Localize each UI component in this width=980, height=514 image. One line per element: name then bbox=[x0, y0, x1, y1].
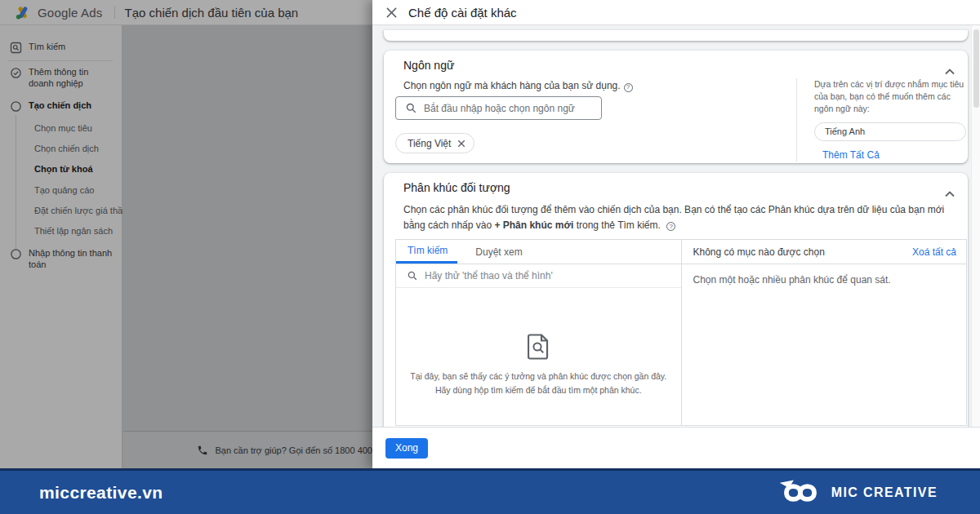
clear-all-link[interactable]: Xoá tất cả bbox=[912, 246, 956, 258]
scrollbar-thumb[interactable] bbox=[973, 29, 979, 108]
language-search-input[interactable]: Bắt đầu nhập hoặc chọn ngôn ngữ bbox=[395, 96, 602, 120]
chip-label: Tiếng Anh bbox=[825, 126, 865, 136]
panel-scrollbar[interactable] bbox=[971, 25, 980, 427]
website-url: miccreative.vn bbox=[39, 483, 163, 503]
audience-selected-column: Không có mục nào được chọn Xoá tất cả Ch… bbox=[681, 240, 967, 425]
panel-footer: Xong bbox=[372, 427, 980, 468]
empty-state-text: Tại đây, bạn sẽ thấy các ý tưởng và phân… bbox=[396, 370, 681, 397]
collapse-chevron-icon[interactable] bbox=[945, 64, 955, 78]
audience-search-input[interactable]: Hãy thử 'thể thao và thể hình' bbox=[396, 264, 681, 288]
selected-count-label: Không có mục nào được chọn bbox=[693, 246, 825, 258]
audience-tabs: Tìm kiếm Duyệt xem bbox=[396, 240, 681, 264]
branding-bar: miccreative.vn MIC CREATIVE bbox=[0, 468, 980, 514]
screenshot-root: Google Ads Tạo chiến dịch đầu tiên của b… bbox=[0, 0, 980, 514]
audience-picker-table: Tìm kiếm Duyệt xem Hãy thử 'thể thao và … bbox=[395, 239, 967, 426]
audience-description: Chọn các phân khúc đối tượng để thêm vào… bbox=[403, 202, 949, 233]
modal-scrim[interactable] bbox=[0, 0, 372, 468]
language-card: Ngôn ngữ Chọn ngôn ngữ mà khách hàng của… bbox=[384, 51, 968, 163]
brand-name: MIC CREATIVE bbox=[831, 485, 938, 500]
panel-header: Chế độ cài đặt khác bbox=[372, 0, 980, 25]
selected-language-chip[interactable]: Tiếng Việt bbox=[395, 133, 474, 153]
suggestion-text: Dựa trên các vị trí được nhắm mục tiêu c… bbox=[814, 78, 966, 116]
selected-header-row: Không có mục nào được chọn Xoá tất cả bbox=[682, 240, 967, 264]
collapse-chevron-icon[interactable] bbox=[945, 186, 955, 201]
language-search-placeholder: Bắt đầu nhập hoặc chọn ngôn ngữ bbox=[424, 103, 575, 114]
search-icon bbox=[408, 271, 417, 281]
remove-chip-icon[interactable] bbox=[457, 140, 466, 148]
add-all-link[interactable]: Thêm Tất Cả bbox=[822, 149, 880, 161]
help-icon[interactable]: ? bbox=[666, 222, 675, 231]
audience-card: Phân khúc đối tượng Chọn các phân khúc đ… bbox=[384, 173, 968, 427]
mic-creative-logo-icon bbox=[779, 478, 822, 507]
audience-heading: Phân khúc đối tượng bbox=[403, 181, 510, 194]
tab-search[interactable]: Tìm kiếm bbox=[396, 240, 457, 264]
brand-logo-group: MIC CREATIVE bbox=[779, 478, 938, 507]
search-icon bbox=[406, 103, 416, 113]
selected-hint: Chọn một hoặc nhiều phân khúc để quan sá… bbox=[682, 264, 967, 286]
chip-label: Tiếng Việt bbox=[408, 138, 451, 149]
language-heading: Ngôn ngữ bbox=[403, 59, 454, 72]
audience-empty-state: Tại đây, bạn sẽ thấy các ý tưởng và phân… bbox=[396, 288, 681, 397]
document-search-icon bbox=[528, 334, 550, 360]
language-description: Chọn ngôn ngữ mà khách hàng của bạn sử d… bbox=[403, 80, 633, 92]
audience-search-placeholder: Hãy thử 'thể thao và thể hình' bbox=[425, 270, 553, 281]
language-suggestions: Dựa trên các vị trí được nhắm mục tiêu c… bbox=[814, 78, 966, 162]
suggested-language-chip[interactable]: Tiếng Anh bbox=[814, 122, 966, 141]
tab-browse[interactable]: Duyệt xem bbox=[466, 240, 532, 264]
audience-search-column: Tìm kiếm Duyệt xem Hãy thử 'thể thao và … bbox=[396, 240, 681, 425]
panel-title: Chế độ cài đặt khác bbox=[408, 6, 517, 20]
close-icon[interactable] bbox=[384, 5, 399, 20]
done-button[interactable]: Xong bbox=[385, 438, 428, 459]
other-settings-panel: Chế độ cài đặt khác Ngôn ngữ Chọn ngôn n… bbox=[372, 0, 980, 468]
previous-card-edge bbox=[384, 30, 968, 41]
vertical-divider bbox=[796, 78, 797, 162]
help-icon[interactable]: ? bbox=[624, 83, 633, 92]
